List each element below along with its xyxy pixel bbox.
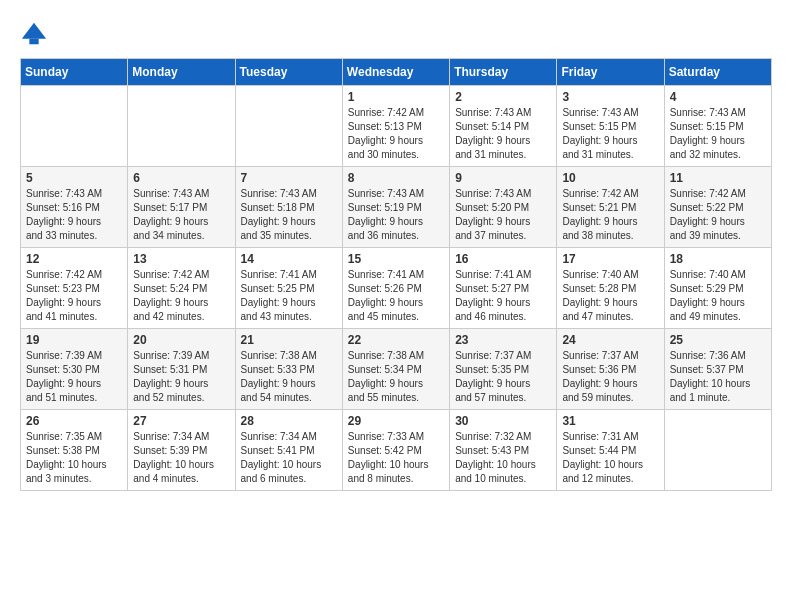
day-info: Sunrise: 7:43 AM Sunset: 5:16 PM Dayligh… [26,187,122,243]
calendar-cell: 23Sunrise: 7:37 AM Sunset: 5:35 PM Dayli… [450,329,557,410]
day-info: Sunrise: 7:37 AM Sunset: 5:35 PM Dayligh… [455,349,551,405]
day-info: Sunrise: 7:33 AM Sunset: 5:42 PM Dayligh… [348,430,444,486]
day-number: 11 [670,171,766,185]
logo-icon [20,20,48,48]
day-number: 13 [133,252,229,266]
calendar-table: SundayMondayTuesdayWednesdayThursdayFrid… [20,58,772,491]
day-number: 10 [562,171,658,185]
day-number: 23 [455,333,551,347]
day-number: 20 [133,333,229,347]
svg-rect-1 [29,39,38,45]
day-number: 24 [562,333,658,347]
day-info: Sunrise: 7:40 AM Sunset: 5:28 PM Dayligh… [562,268,658,324]
calendar-cell: 29Sunrise: 7:33 AM Sunset: 5:42 PM Dayli… [342,410,449,491]
day-info: Sunrise: 7:34 AM Sunset: 5:41 PM Dayligh… [241,430,337,486]
calendar-cell: 20Sunrise: 7:39 AM Sunset: 5:31 PM Dayli… [128,329,235,410]
day-number: 5 [26,171,122,185]
day-number: 21 [241,333,337,347]
day-number: 12 [26,252,122,266]
calendar-cell: 27Sunrise: 7:34 AM Sunset: 5:39 PM Dayli… [128,410,235,491]
calendar-cell: 5Sunrise: 7:43 AM Sunset: 5:16 PM Daylig… [21,167,128,248]
calendar-cell: 22Sunrise: 7:38 AM Sunset: 5:34 PM Dayli… [342,329,449,410]
day-number: 27 [133,414,229,428]
calendar-cell: 8Sunrise: 7:43 AM Sunset: 5:19 PM Daylig… [342,167,449,248]
calendar-cell: 10Sunrise: 7:42 AM Sunset: 5:21 PM Dayli… [557,167,664,248]
day-number: 26 [26,414,122,428]
day-info: Sunrise: 7:35 AM Sunset: 5:38 PM Dayligh… [26,430,122,486]
calendar-cell: 19Sunrise: 7:39 AM Sunset: 5:30 PM Dayli… [21,329,128,410]
calendar-cell: 3Sunrise: 7:43 AM Sunset: 5:15 PM Daylig… [557,86,664,167]
day-info: Sunrise: 7:38 AM Sunset: 5:33 PM Dayligh… [241,349,337,405]
calendar-cell: 25Sunrise: 7:36 AM Sunset: 5:37 PM Dayli… [664,329,771,410]
weekday-header: Friday [557,59,664,86]
day-info: Sunrise: 7:43 AM Sunset: 5:15 PM Dayligh… [670,106,766,162]
calendar-cell: 7Sunrise: 7:43 AM Sunset: 5:18 PM Daylig… [235,167,342,248]
calendar-cell: 31Sunrise: 7:31 AM Sunset: 5:44 PM Dayli… [557,410,664,491]
svg-marker-0 [22,23,46,39]
calendar-body: 1Sunrise: 7:42 AM Sunset: 5:13 PM Daylig… [21,86,772,491]
day-number: 30 [455,414,551,428]
day-number: 28 [241,414,337,428]
day-number: 6 [133,171,229,185]
header-row: SundayMondayTuesdayWednesdayThursdayFrid… [21,59,772,86]
calendar-cell: 12Sunrise: 7:42 AM Sunset: 5:23 PM Dayli… [21,248,128,329]
calendar-cell: 28Sunrise: 7:34 AM Sunset: 5:41 PM Dayli… [235,410,342,491]
weekday-header: Thursday [450,59,557,86]
calendar-cell: 17Sunrise: 7:40 AM Sunset: 5:28 PM Dayli… [557,248,664,329]
calendar-cell: 30Sunrise: 7:32 AM Sunset: 5:43 PM Dayli… [450,410,557,491]
day-info: Sunrise: 7:42 AM Sunset: 5:23 PM Dayligh… [26,268,122,324]
calendar-cell: 4Sunrise: 7:43 AM Sunset: 5:15 PM Daylig… [664,86,771,167]
day-number: 3 [562,90,658,104]
calendar-cell: 15Sunrise: 7:41 AM Sunset: 5:26 PM Dayli… [342,248,449,329]
weekday-header: Sunday [21,59,128,86]
calendar-cell: 13Sunrise: 7:42 AM Sunset: 5:24 PM Dayli… [128,248,235,329]
day-number: 25 [670,333,766,347]
day-info: Sunrise: 7:38 AM Sunset: 5:34 PM Dayligh… [348,349,444,405]
calendar-cell: 9Sunrise: 7:43 AM Sunset: 5:20 PM Daylig… [450,167,557,248]
day-info: Sunrise: 7:42 AM Sunset: 5:24 PM Dayligh… [133,268,229,324]
calendar-week-row: 5Sunrise: 7:43 AM Sunset: 5:16 PM Daylig… [21,167,772,248]
day-info: Sunrise: 7:42 AM Sunset: 5:22 PM Dayligh… [670,187,766,243]
weekday-header: Saturday [664,59,771,86]
calendar-week-row: 19Sunrise: 7:39 AM Sunset: 5:30 PM Dayli… [21,329,772,410]
calendar-week-row: 1Sunrise: 7:42 AM Sunset: 5:13 PM Daylig… [21,86,772,167]
calendar-cell: 6Sunrise: 7:43 AM Sunset: 5:17 PM Daylig… [128,167,235,248]
day-info: Sunrise: 7:40 AM Sunset: 5:29 PM Dayligh… [670,268,766,324]
logo [20,20,52,48]
day-number: 7 [241,171,337,185]
calendar-cell: 16Sunrise: 7:41 AM Sunset: 5:27 PM Dayli… [450,248,557,329]
day-info: Sunrise: 7:41 AM Sunset: 5:26 PM Dayligh… [348,268,444,324]
day-number: 18 [670,252,766,266]
day-info: Sunrise: 7:39 AM Sunset: 5:31 PM Dayligh… [133,349,229,405]
day-info: Sunrise: 7:37 AM Sunset: 5:36 PM Dayligh… [562,349,658,405]
day-info: Sunrise: 7:32 AM Sunset: 5:43 PM Dayligh… [455,430,551,486]
calendar-cell [128,86,235,167]
day-info: Sunrise: 7:31 AM Sunset: 5:44 PM Dayligh… [562,430,658,486]
calendar-cell: 1Sunrise: 7:42 AM Sunset: 5:13 PM Daylig… [342,86,449,167]
weekday-header: Wednesday [342,59,449,86]
day-info: Sunrise: 7:43 AM Sunset: 5:14 PM Dayligh… [455,106,551,162]
day-info: Sunrise: 7:43 AM Sunset: 5:19 PM Dayligh… [348,187,444,243]
day-number: 14 [241,252,337,266]
day-number: 19 [26,333,122,347]
calendar-cell [664,410,771,491]
day-number: 16 [455,252,551,266]
weekday-header: Monday [128,59,235,86]
day-number: 4 [670,90,766,104]
calendar-cell: 18Sunrise: 7:40 AM Sunset: 5:29 PM Dayli… [664,248,771,329]
day-number: 1 [348,90,444,104]
day-info: Sunrise: 7:41 AM Sunset: 5:25 PM Dayligh… [241,268,337,324]
day-info: Sunrise: 7:43 AM Sunset: 5:20 PM Dayligh… [455,187,551,243]
calendar-cell: 14Sunrise: 7:41 AM Sunset: 5:25 PM Dayli… [235,248,342,329]
calendar-cell [235,86,342,167]
day-info: Sunrise: 7:41 AM Sunset: 5:27 PM Dayligh… [455,268,551,324]
calendar-week-row: 12Sunrise: 7:42 AM Sunset: 5:23 PM Dayli… [21,248,772,329]
day-info: Sunrise: 7:39 AM Sunset: 5:30 PM Dayligh… [26,349,122,405]
calendar-cell: 24Sunrise: 7:37 AM Sunset: 5:36 PM Dayli… [557,329,664,410]
day-number: 9 [455,171,551,185]
calendar-header: SundayMondayTuesdayWednesdayThursdayFrid… [21,59,772,86]
page-header [20,20,772,48]
calendar-cell: 2Sunrise: 7:43 AM Sunset: 5:14 PM Daylig… [450,86,557,167]
day-info: Sunrise: 7:36 AM Sunset: 5:37 PM Dayligh… [670,349,766,405]
calendar-cell [21,86,128,167]
